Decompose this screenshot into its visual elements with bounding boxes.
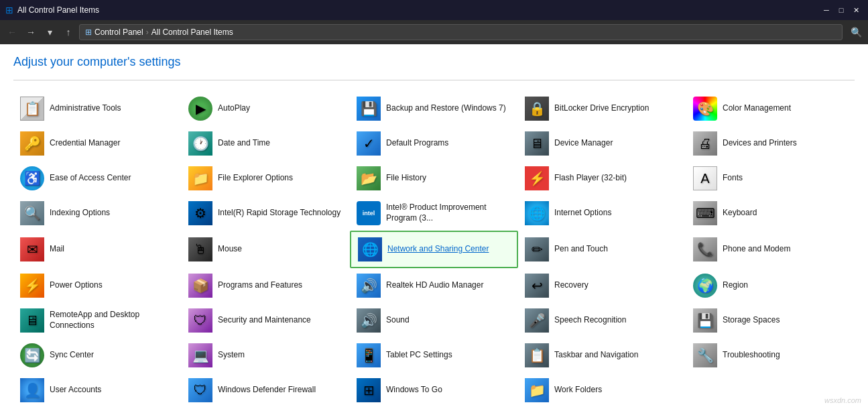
mail-label: Mail xyxy=(50,244,64,255)
cp-item-region[interactable]: 🌍Region xyxy=(686,268,855,303)
maximize-button[interactable]: □ xyxy=(834,3,848,17)
cp-item-user-accounts[interactable]: 👤User Accounts xyxy=(13,373,182,408)
cp-item-security-maintenance[interactable]: 🛡Security and Maintenance xyxy=(182,303,350,338)
file-explorer-label: File Explorer Options xyxy=(218,173,293,184)
cp-item-administrative-tools[interactable]: 📋Administrative Tools xyxy=(13,91,182,126)
title-bar: ⊞ All Control Panel Items ─ □ ✕ xyxy=(0,0,868,20)
cp-item-pen-touch[interactable]: ✏Pen and Touch xyxy=(518,231,686,268)
intel-rst-label: Intel(R) Rapid Storage Technology xyxy=(218,208,340,219)
cp-item-fonts[interactable]: AFonts xyxy=(686,161,855,196)
cp-item-intel-rst[interactable]: ⚙Intel(R) Rapid Storage Technology xyxy=(182,196,350,231)
cp-item-windows-defender[interactable]: 🛡Windows Defender Firewall xyxy=(182,373,350,408)
cp-item-mail[interactable]: ✉Mail xyxy=(13,231,182,268)
cp-item-file-explorer[interactable]: 📁File Explorer Options xyxy=(182,161,350,196)
power-options-icon: ⚡ xyxy=(20,274,44,298)
cp-item-indexing-options[interactable]: 🔍Indexing Options xyxy=(13,196,182,231)
cp-item-mouse[interactable]: 🖱Mouse xyxy=(182,231,350,268)
windows-go-icon: ⊞ xyxy=(357,378,381,402)
mouse-icon: 🖱 xyxy=(188,237,212,261)
fonts-label: Fonts xyxy=(723,173,743,184)
cp-item-speech-recognition[interactable]: 🎤Speech Recognition xyxy=(518,303,686,338)
close-button[interactable]: ✕ xyxy=(849,3,863,17)
cp-item-flash-player[interactable]: ⚡Flash Player (32-bit) xyxy=(518,161,686,196)
cp-item-credential-manager[interactable]: 🔑Credential Manager xyxy=(13,126,182,161)
cp-item-date-time[interactable]: 🕐Date and Time xyxy=(182,126,350,161)
ease-of-access-icon: ♿ xyxy=(20,166,44,190)
cp-item-bitlocker[interactable]: 🔒BitLocker Drive Encryption xyxy=(518,91,686,126)
fonts-icon: A xyxy=(693,166,717,190)
search-button[interactable]: 🔍 xyxy=(848,24,864,40)
flash-player-label: Flash Player (32-bit) xyxy=(554,173,627,184)
recent-locations-button[interactable]: ▾ xyxy=(42,24,58,40)
cp-item-work-folders[interactable]: 📁Work Folders xyxy=(518,373,686,408)
content-area: Adjust your computer's settings 📋Adminis… xyxy=(0,44,868,411)
cp-item-system[interactable]: 💻System xyxy=(182,338,350,373)
indexing-options-label: Indexing Options xyxy=(50,208,110,219)
sync-center-icon: 🔄 xyxy=(20,343,44,367)
keyboard-icon: ⌨ xyxy=(693,201,717,225)
default-programs-icon: ✓ xyxy=(357,131,381,156)
tablet-pc-icon: 📱 xyxy=(357,343,381,367)
shield-icon: ⊞ xyxy=(85,27,92,37)
remoteapp-label: RemoteApp and Desktop Connections xyxy=(50,310,175,331)
cp-item-programs-features[interactable]: 📦Programs and Features xyxy=(182,268,350,303)
forward-button[interactable]: → xyxy=(23,24,39,40)
programs-features-icon: 📦 xyxy=(188,274,212,298)
minimize-button[interactable]: ─ xyxy=(820,3,833,17)
administrative-tools-icon: 📋 xyxy=(20,97,44,121)
watermark: wsxdn.com xyxy=(824,396,861,404)
realtek-icon: 🔊 xyxy=(357,274,381,298)
internet-options-label: Internet Options xyxy=(554,208,611,219)
cp-item-default-programs[interactable]: ✓Default Programs xyxy=(350,126,518,161)
troubleshooting-label: Troubleshooting xyxy=(723,350,780,361)
intel-pro-label: Intel® Product Improvement Program (3... xyxy=(386,202,511,223)
region-label: Region xyxy=(723,280,748,291)
cp-item-keyboard[interactable]: ⌨Keyboard xyxy=(686,196,855,231)
cp-item-color-management[interactable]: 🎨Color Management xyxy=(686,91,855,126)
pen-touch-label: Pen and Touch xyxy=(554,244,608,255)
cp-item-device-manager[interactable]: 🖥Device Manager xyxy=(518,126,686,161)
bitlocker-icon: 🔒 xyxy=(525,97,549,121)
cp-item-windows-go[interactable]: ⊞Windows To Go xyxy=(350,373,518,408)
cp-item-power-options[interactable]: ⚡Power Options xyxy=(13,268,182,303)
cp-item-storage-spaces[interactable]: 💾Storage Spaces xyxy=(686,303,855,338)
cp-item-internet-options[interactable]: 🌐Internet Options xyxy=(518,196,686,231)
date-time-icon: 🕐 xyxy=(188,131,212,156)
flash-player-icon: ⚡ xyxy=(525,166,549,190)
cp-item-recovery[interactable]: ↩Recovery xyxy=(518,268,686,303)
autoplay-label: AutoPlay xyxy=(218,103,250,114)
device-manager-icon: 🖥 xyxy=(525,131,549,156)
speech-recognition-label: Speech Recognition xyxy=(554,315,626,326)
back-button[interactable]: ← xyxy=(4,24,20,40)
cp-item-troubleshooting[interactable]: 🔧Troubleshooting xyxy=(686,338,855,373)
user-accounts-label: User Accounts xyxy=(50,385,101,396)
cp-item-autoplay[interactable]: ▶AutoPlay xyxy=(182,91,350,126)
file-explorer-icon: 📁 xyxy=(188,166,212,190)
path-current: All Control Panel Items xyxy=(151,27,233,37)
recovery-label: Recovery xyxy=(554,280,588,291)
cp-item-tablet-pc[interactable]: 📱Tablet PC Settings xyxy=(350,338,518,373)
user-accounts-icon: 👤 xyxy=(20,378,44,402)
troubleshooting-icon: 🔧 xyxy=(693,343,717,367)
path-control-panel[interactable]: Control Panel xyxy=(95,27,143,37)
cp-item-sound[interactable]: 🔊Sound xyxy=(350,303,518,338)
internet-options-icon: 🌐 xyxy=(525,201,549,225)
cp-item-realtek[interactable]: 🔊Realtek HD Audio Manager xyxy=(350,268,518,303)
cp-item-remoteapp[interactable]: 🖥RemoteApp and Desktop Connections xyxy=(13,303,182,338)
file-history-label: File History xyxy=(386,173,426,184)
credential-manager-icon: 🔑 xyxy=(20,131,44,156)
cp-item-taskbar[interactable]: 📋Taskbar and Navigation xyxy=(518,338,686,373)
system-icon: 💻 xyxy=(188,343,212,367)
address-bar: ← → ▾ ↑ ⊞ Control Panel › All Control Pa… xyxy=(0,20,868,44)
sound-icon: 🔊 xyxy=(357,308,381,333)
color-management-label: Color Management xyxy=(723,103,791,114)
up-button[interactable]: ↑ xyxy=(60,24,76,40)
cp-item-phone-modem[interactable]: 📞Phone and Modem xyxy=(686,231,855,268)
cp-item-file-history[interactable]: 📂File History xyxy=(350,161,518,196)
cp-item-ease-of-access[interactable]: ♿Ease of Access Center xyxy=(13,161,182,196)
cp-item-devices-printers[interactable]: 🖨Devices and Printers xyxy=(686,126,855,161)
cp-item-intel-pro[interactable]: intelIntel® Product Improvement Program … xyxy=(350,196,518,231)
cp-item-network-sharing[interactable]: 🌐Network and Sharing Center xyxy=(350,231,518,268)
cp-item-sync-center[interactable]: 🔄Sync Center xyxy=(13,338,182,373)
cp-item-backup-restore[interactable]: 💾Backup and Restore (Windows 7) xyxy=(350,91,518,126)
